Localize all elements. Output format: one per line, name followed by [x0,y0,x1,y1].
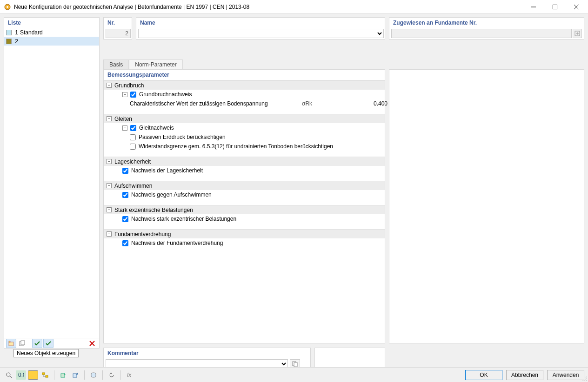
checkbox-passiver-erddruck[interactable] [130,134,136,140]
parameters-panel: Bemessungsparameter − Grundbruch − Grund… [103,69,385,343]
ok-button[interactable]: OK [465,370,502,380]
param-row: Passiven Erddruck berücksichtigen [104,132,385,142]
param-value-row: Charakteristischer Wert der zulässigen B… [104,99,385,108]
status-tree-icon[interactable] [40,370,50,380]
param-label: Nachweis gegen Aufschwimmen [131,191,212,198]
param-label: Grundbruchnachweis [139,91,192,98]
collapse-icon[interactable]: − [107,116,112,121]
param-label: Widerstandsgrenze gem. 6.5.3(12) für und… [139,143,333,150]
status-bar: 0.0 fx OK Abbrechen Anwenden [0,367,588,382]
svg-rect-8 [21,341,25,345]
collapse-icon[interactable]: − [122,125,127,131]
tab-basis[interactable]: Basis [103,59,129,70]
status-units-icon[interactable]: 0.0 [16,370,26,380]
delete-button[interactable] [87,339,97,348]
list-item-label: Standard [20,29,43,36]
status-import-icon[interactable] [70,370,80,380]
nr-header: Nr. [104,18,132,28]
group-header-aufschwimmen[interactable]: − Aufschwimmen [104,181,385,190]
status-search-icon[interactable] [4,370,14,380]
collapse-icon[interactable]: − [122,92,127,97]
group-header-exzentrisch[interactable]: − Stark exzentrische Belastungen [104,205,385,214]
title-bar: Neue Konfiguration der geotechnischen An… [0,0,588,14]
name-header: Name [136,18,385,28]
svg-line-17 [10,376,12,378]
status-db-icon[interactable] [88,370,99,380]
group-label: Stark exzentrische Belastungen [114,207,193,213]
list-item[interactable]: 2 [4,37,99,46]
checkbox-fundamentverdrehung[interactable] [122,240,128,246]
preview-panel [389,69,584,343]
param-row: Nachweis der Lagesicherheit [104,166,385,175]
list-toolbar [4,338,99,348]
status-undo-icon[interactable] [107,370,117,380]
copy-button[interactable] [17,339,27,348]
param-label: Charakteristischer Wert der zulässigen B… [130,100,302,107]
checkbox-exzentrisch[interactable] [122,216,128,222]
assigned-pick-button[interactable] [573,29,582,38]
collapse-icon[interactable]: − [107,159,112,164]
window-title: Neue Konfiguration der geotechnischen An… [14,4,523,10]
status-fx-icon[interactable]: fx [125,370,135,380]
svg-line-29 [586,380,587,381]
param-label: Gleitnachweis [139,125,174,131]
tab-norm[interactable]: Norm-Parameter [129,59,182,70]
param-symbol: σRk [302,100,353,107]
tooltip: Neues Objekt erzeugen [13,349,79,357]
svg-rect-19 [42,373,45,375]
group-label: Grundbruch [114,82,144,89]
status-color-icon[interactable] [28,370,38,380]
maximize-button[interactable] [544,0,566,14]
list-item[interactable]: 1 Standard [4,28,99,37]
comment-panel-2 [314,348,385,370]
assigned-header: Zugewiesen an Fundamente Nr. [389,18,584,28]
collapse-icon[interactable]: − [107,231,112,237]
new-object-button[interactable] [6,339,16,348]
collapse-icon[interactable]: − [107,183,112,188]
status-export-icon[interactable] [58,370,68,380]
group-header-grundbruch[interactable]: − Grundbruch [104,80,385,90]
collapse-icon[interactable]: − [107,83,112,88]
name-select[interactable] [138,29,384,38]
comment-panel: Kommentar [103,348,311,370]
param-value[interactable]: 0.400 [353,100,390,107]
param-label: Nachweis der Lagesicherheit [131,167,203,174]
group-label: Fundamentverdrehung [114,231,171,237]
list-body[interactable]: 1 Standard 2 [4,28,99,338]
checkbox-gleitnachweis[interactable] [130,125,136,131]
resize-grip-icon[interactable] [582,376,587,381]
list-panel: Liste 1 Standard 2 Neues Objekt erzeugen [4,17,100,349]
group-header-gleiten[interactable]: − Gleiten [104,114,385,123]
assigned-panel: Zugewiesen an Fundamente Nr. [389,17,584,40]
collapse-icon[interactable]: − [107,207,112,212]
tab-bar: Basis Norm-Parameter [103,59,183,70]
check-button-1[interactable] [32,339,42,348]
param-row: − Grundbruchnachweis [104,90,385,99]
group-header-fundamentverdrehung[interactable]: − Fundamentverdrehung [104,229,385,238]
cancel-button[interactable]: Abbrechen [506,370,543,380]
assigned-input [391,29,572,38]
comment-header: Kommentar [104,348,310,358]
color-swatch [6,30,12,35]
svg-point-1 [7,6,8,8]
nr-panel: Nr. [103,17,132,40]
svg-point-16 [7,373,10,376]
apply-button[interactable]: Anwenden [547,370,584,380]
check-button-2[interactable] [43,339,53,348]
nr-input [106,29,131,38]
close-button[interactable] [566,0,587,14]
checkbox-widerstandsgrenze[interactable] [130,144,136,150]
svg-rect-3 [553,5,557,9]
list-item-num: 1 [13,29,18,36]
minimize-button[interactable] [523,0,544,14]
app-icon [4,3,11,11]
group-label: Gleiten [114,116,132,122]
svg-rect-15 [294,362,297,367]
param-row: Nachweis gegen Aufschwimmen [104,190,385,199]
list-item-num: 2 [13,38,18,45]
checkbox-lagesicherheit[interactable] [122,168,128,174]
checkbox-aufschwimmen[interactable] [122,192,128,198]
group-label: Aufschwimmen [114,183,152,189]
group-header-lagesicherheit[interactable]: − Lagesicherheit [104,157,385,166]
checkbox-grundbruchnachweis[interactable] [130,92,136,98]
